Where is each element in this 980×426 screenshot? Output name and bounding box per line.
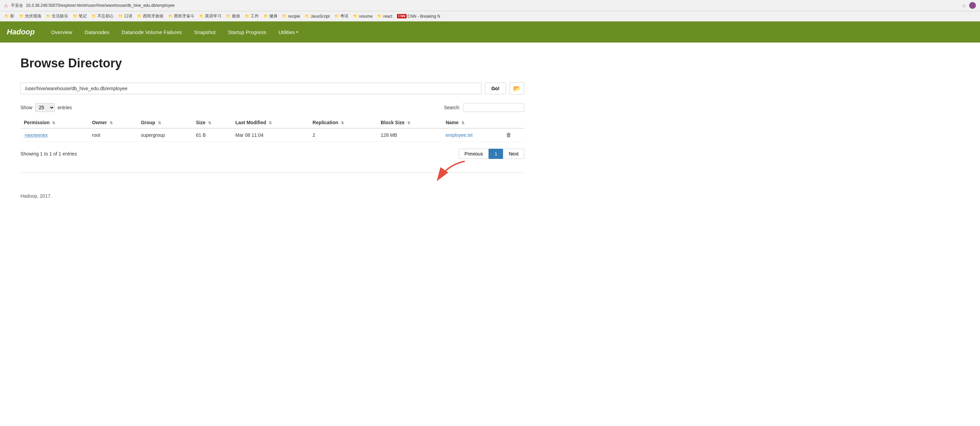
bookmark-label: 西班牙奋斗 — [174, 13, 194, 19]
cell-owner: root — [89, 128, 137, 142]
folder-icon: 📁 — [137, 14, 142, 18]
security-label: 不安全 — [11, 3, 23, 8]
bookmark-item[interactable]: 📁 resume — [352, 13, 374, 19]
sort-icon: ⇅ — [52, 121, 55, 125]
show-entries-row: Show 25 50 100 entries Search: — [21, 103, 524, 112]
entries-select[interactable]: 25 50 100 — [35, 103, 55, 112]
bookmark-item[interactable]: 📁 英语学习 — [197, 13, 223, 20]
cnn-logo: CNN — [397, 14, 407, 18]
folder-icon: 📁 — [226, 14, 231, 18]
bookmark-cnn[interactable]: CNN CNN - Breaking N — [395, 13, 442, 19]
search-input[interactable] — [463, 103, 524, 112]
col-last-modified[interactable]: Last Modified ⇅ — [232, 117, 309, 128]
folder-icon: 📁 — [377, 14, 382, 18]
folder-icon: 📁 — [168, 14, 173, 18]
sort-icon: ⇅ — [269, 121, 272, 125]
table-row: -rwxrwxrwx root supergroup 61 B Mar 08 1… — [21, 128, 524, 142]
bookmark-label: 考试 — [340, 13, 348, 19]
bookmark-item[interactable]: 📁 光伏现场 — [18, 13, 43, 20]
folder-icon: 📁 — [73, 14, 78, 18]
showing-text: Showing 1 to 1 of 1 entries — [21, 151, 77, 157]
footer: Hadoop, 2017. — [0, 193, 980, 209]
col-block-size[interactable]: Block Size ⇅ — [377, 117, 442, 128]
bookmark-label: CNN - Breaking N — [407, 14, 440, 19]
nav-datanodes[interactable]: Datanodes — [78, 22, 115, 42]
sort-icon: ⇅ — [158, 121, 161, 125]
bookmark-item[interactable]: 📁 影 — [3, 13, 16, 20]
bookmark-star[interactable]: ☆ — [962, 2, 966, 9]
bookmark-item[interactable]: 📁 笔记 — [71, 13, 89, 20]
bookmark-item[interactable]: 📁 考试 — [332, 13, 350, 20]
folder-icon: 📁 — [353, 14, 358, 18]
nav-utilities[interactable]: Utilities ▾ — [272, 22, 304, 42]
bookmark-item[interactable]: 📁 西班牙奋斗 — [167, 13, 196, 20]
url-bar[interactable]: 10.3.36.246:50070/explorer.html#/user/hi… — [26, 3, 959, 8]
path-input[interactable] — [21, 83, 482, 94]
page-1-button[interactable]: 1 — [488, 149, 503, 159]
folder-icon: 📁 — [334, 14, 339, 18]
bookmark-item[interactable]: 📁 工作 — [243, 13, 261, 20]
hadoop-nav: Hadoop Overview Datanodes Datanode Volum… — [0, 21, 980, 43]
col-replication[interactable]: Replication ⇅ — [309, 117, 377, 128]
user-avatar — [969, 2, 976, 9]
col-permission[interactable]: Permission ⇅ — [21, 117, 89, 128]
nav-startup-progress[interactable]: Startup Progress — [222, 22, 272, 42]
folder-icon: 📁 — [92, 14, 96, 18]
bookmark-label: 口语 — [124, 13, 132, 19]
folder-icon: 📁 — [46, 14, 51, 18]
cell-delete: 🗑 — [503, 128, 524, 142]
chevron-down-icon: ▾ — [296, 30, 298, 34]
divider — [21, 173, 524, 173]
bookmark-item[interactable]: 📁 生活娱乐 — [44, 13, 70, 20]
bookmark-label: 健身 — [269, 13, 277, 19]
bookmark-label: JavaScript — [310, 14, 329, 19]
nav-datanode-volume-failures[interactable]: Datanode Volume Failures — [115, 22, 188, 42]
folder-icon: 📁 — [19, 14, 24, 18]
col-group[interactable]: Group ⇅ — [138, 117, 193, 128]
nav-overview[interactable]: Overview — [45, 22, 79, 42]
table-wrapper: Permission ⇅ Owner ⇅ Group ⇅ Size ⇅ — [21, 117, 524, 159]
cell-replication: 2 — [309, 128, 377, 142]
browser-bar: ⚠ 不安全 10.3.36.246:50070/explorer.html#/u… — [0, 0, 980, 11]
directory-table: Permission ⇅ Owner ⇅ Group ⇅ Size ⇅ — [21, 117, 524, 142]
hadoop-brand[interactable]: Hadoop — [7, 21, 45, 43]
bookmark-label: resume — [359, 14, 372, 19]
show-left: Show 25 50 100 entries — [21, 103, 72, 112]
cell-block-size: 128 MB — [377, 128, 442, 142]
sort-icon: ⇅ — [110, 121, 113, 125]
footer-text: Hadoop, 2017. — [21, 193, 52, 199]
folder-icon: 📁 — [5, 14, 9, 18]
bookmark-label: react — [383, 14, 392, 19]
bookmark-item[interactable]: 📁 react — [375, 13, 394, 19]
col-size[interactable]: Size ⇅ — [193, 117, 232, 128]
file-link[interactable]: employee.txt — [446, 132, 473, 138]
next-button[interactable]: Next — [503, 149, 524, 159]
bookmark-item[interactable]: 📁 不忘初心 — [90, 13, 115, 20]
folder-icon: 📁 — [264, 14, 268, 18]
permission-text[interactable]: -rwxrwxrwx — [24, 132, 48, 138]
folder-button[interactable]: 📂 — [509, 82, 524, 95]
col-actions — [503, 117, 524, 128]
previous-button[interactable]: Previous — [459, 149, 488, 159]
bookmark-label: 笔记 — [79, 13, 87, 19]
col-name[interactable]: Name ⇅ — [442, 117, 503, 128]
nav-snapshot[interactable]: Snapshot — [188, 22, 222, 42]
main-content: Browse Directory Go! 📂 Show 25 50 100 en… — [0, 43, 545, 193]
folder-open-icon: 📂 — [513, 85, 521, 92]
bookmark-item[interactable]: 📁 reciple — [281, 13, 302, 19]
bookmarks-bar: 📁 影 📁 光伏现场 📁 生活娱乐 📁 笔记 📁 不忘初心 📁 口语 📁 西班牙… — [0, 11, 980, 21]
col-owner[interactable]: Owner ⇅ — [89, 117, 137, 128]
pagination: Previous 1 Next — [459, 149, 524, 159]
folder-icon: 📁 — [118, 14, 123, 18]
cell-size: 61 B — [193, 128, 232, 142]
bookmark-item[interactable]: 📁 JavaScript — [303, 13, 331, 19]
search-label: Search: — [444, 105, 460, 110]
bookmark-item[interactable]: 📁 口语 — [117, 13, 134, 20]
bookmark-item[interactable]: 📁 西班牙旅游 — [135, 13, 165, 20]
bookmark-item[interactable]: 📁 健身 — [262, 13, 279, 20]
bookmark-item[interactable]: 📁 旅游 — [224, 13, 242, 20]
table-header-row: Permission ⇅ Owner ⇅ Group ⇅ Size ⇅ — [21, 117, 524, 128]
arrow-annotation — [431, 158, 472, 186]
go-button[interactable]: Go! — [485, 83, 506, 94]
delete-icon[interactable]: 🗑 — [506, 132, 511, 138]
